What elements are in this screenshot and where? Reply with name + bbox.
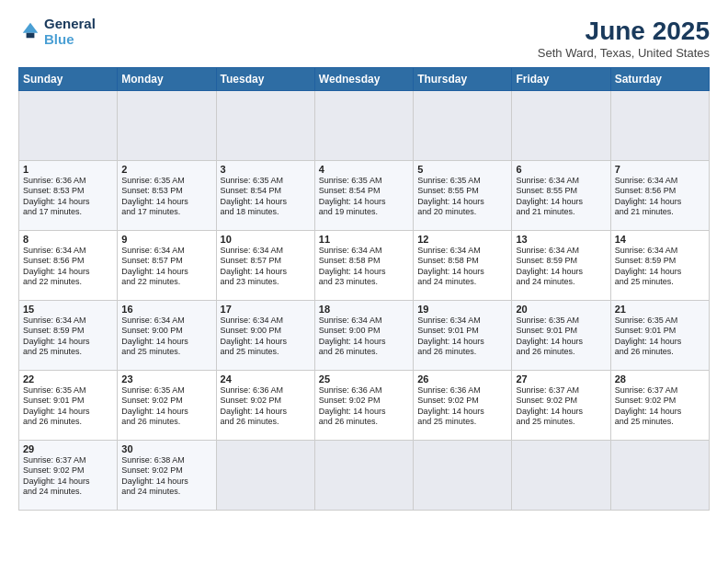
cell-info-line: Daylight: 14 hours — [417, 407, 507, 417]
cell-info-line: Sunrise: 6:35 AM — [121, 385, 211, 396]
cell-info-line: Daylight: 14 hours — [516, 267, 606, 277]
cell-info-line: and 26 minutes. — [615, 347, 705, 357]
day-of-week-header: Wednesday — [314, 68, 413, 91]
calendar-cell — [414, 91, 512, 161]
cell-info-line: Sunset: 8:56 PM — [615, 186, 705, 196]
cell-info-line: and 19 minutes. — [319, 207, 409, 217]
cell-info-line: Sunset: 8:57 PM — [221, 256, 311, 266]
day-number: 14 — [615, 234, 705, 245]
cell-info-line: Sunrise: 6:37 AM — [615, 385, 705, 396]
cell-info-line: Sunset: 9:02 PM — [417, 396, 507, 406]
calendar-cell: 10Sunrise: 6:34 AMSunset: 8:57 PMDayligh… — [216, 231, 314, 301]
cell-info-line: Daylight: 14 hours — [615, 267, 705, 277]
cell-info-line: Sunrise: 6:37 AM — [516, 385, 606, 396]
cell-info-line: Daylight: 14 hours — [121, 197, 211, 207]
cell-info-line: and 25 minutes. — [221, 347, 311, 357]
cell-info-line: and 24 minutes. — [516, 277, 606, 287]
day-number: 21 — [615, 304, 705, 315]
cell-info-line: Sunset: 9:02 PM — [221, 396, 311, 406]
day-number: 3 — [221, 164, 311, 175]
cell-info-line: Daylight: 14 hours — [417, 267, 507, 277]
cell-info-line: and 26 minutes. — [23, 417, 113, 427]
cell-info-line: Sunrise: 6:34 AM — [221, 316, 311, 326]
cell-info-line: Sunrise: 6:35 AM — [23, 385, 113, 396]
calendar-cell: 23Sunrise: 6:35 AMSunset: 9:02 PMDayligh… — [118, 371, 216, 441]
day-of-week-header: Monday — [118, 68, 216, 91]
day-number: 8 — [23, 234, 113, 245]
cell-info-line: Sunset: 9:02 PM — [121, 396, 211, 406]
day-number: 4 — [319, 164, 409, 175]
logo: General Blue — [18, 17, 96, 47]
cell-info-line: and 26 minutes. — [221, 417, 311, 427]
cell-info-line: Sunset: 8:57 PM — [121, 256, 211, 266]
day-number: 23 — [121, 373, 211, 385]
day-number: 27 — [516, 373, 606, 385]
cell-info-line: Daylight: 14 hours — [615, 337, 705, 347]
cell-info-line: Sunrise: 6:34 AM — [121, 246, 211, 256]
calendar-cell: 27Sunrise: 6:37 AMSunset: 9:02 PMDayligh… — [512, 371, 610, 441]
cell-info-line: Sunrise: 6:34 AM — [516, 176, 606, 186]
day-of-week-header: Sunday — [19, 68, 118, 91]
cell-info-line: Sunrise: 6:36 AM — [417, 385, 507, 396]
calendar-cell: 17Sunrise: 6:34 AMSunset: 9:00 PMDayligh… — [216, 301, 314, 371]
cell-info-line: and 25 minutes. — [516, 417, 606, 427]
header: General Blue June 2025 Seth Ward, Texas,… — [18, 17, 710, 60]
cell-info-line: Sunrise: 6:34 AM — [516, 246, 606, 256]
day-number: 22 — [23, 373, 113, 385]
cell-info-line: Sunrise: 6:36 AM — [319, 385, 409, 396]
cell-info-line: and 17 minutes. — [121, 207, 211, 217]
day-number: 11 — [319, 234, 409, 245]
cell-info-line: and 25 minutes. — [417, 417, 507, 427]
title-block: June 2025 Seth Ward, Texas, United State… — [538, 17, 710, 60]
cell-info-line: Daylight: 14 hours — [319, 267, 409, 277]
day-number: 7 — [615, 164, 705, 175]
logo-icon — [20, 20, 40, 40]
cell-info-line: Sunset: 9:02 PM — [23, 465, 113, 476]
calendar-cell — [314, 91, 413, 161]
cell-info-line: and 24 minutes. — [23, 487, 113, 497]
cell-info-line: Sunset: 9:02 PM — [615, 396, 705, 406]
cell-info-line: and 26 minutes. — [319, 417, 409, 427]
location: Seth Ward, Texas, United States — [538, 46, 710, 60]
day-of-week-header: Tuesday — [216, 68, 314, 91]
calendar-cell: 15Sunrise: 6:34 AMSunset: 8:59 PMDayligh… — [19, 301, 118, 371]
cell-info-line: Daylight: 14 hours — [121, 267, 211, 277]
calendar-cell: 11Sunrise: 6:34 AMSunset: 8:58 PMDayligh… — [314, 231, 413, 301]
calendar-cell: 12Sunrise: 6:34 AMSunset: 8:58 PMDayligh… — [414, 231, 512, 301]
cell-info-line: and 26 minutes. — [319, 347, 409, 357]
calendar-cell: 13Sunrise: 6:34 AMSunset: 8:59 PMDayligh… — [512, 231, 610, 301]
cell-info-line: Daylight: 14 hours — [23, 407, 113, 417]
calendar-cell: 29Sunrise: 6:37 AMSunset: 9:02 PMDayligh… — [19, 441, 118, 511]
day-number: 30 — [121, 443, 211, 454]
cell-info-line: Sunrise: 6:34 AM — [615, 246, 705, 256]
cell-info-line: and 23 minutes. — [221, 277, 311, 287]
day-number: 9 — [121, 234, 211, 245]
cell-info-line: Daylight: 14 hours — [23, 337, 113, 347]
cell-info-line: Sunrise: 6:35 AM — [121, 176, 211, 186]
calendar-cell: 19Sunrise: 6:34 AMSunset: 9:01 PMDayligh… — [414, 301, 512, 371]
day-number: 5 — [417, 164, 507, 175]
calendar-cell — [512, 441, 610, 511]
logo-general: General — [44, 17, 96, 32]
calendar-cell: 24Sunrise: 6:36 AMSunset: 9:02 PMDayligh… — [216, 371, 314, 441]
cell-info-line: Sunrise: 6:34 AM — [319, 316, 409, 326]
cell-info-line: Sunset: 9:02 PM — [516, 396, 606, 406]
calendar-cell: 1Sunrise: 6:36 AMSunset: 8:53 PMDaylight… — [19, 161, 118, 231]
cell-info-line: and 21 minutes. — [516, 207, 606, 217]
cell-info-line: and 24 minutes. — [121, 487, 211, 497]
calendar-cell — [512, 91, 610, 161]
cell-info-line: Sunset: 8:59 PM — [516, 256, 606, 266]
calendar-cell: 28Sunrise: 6:37 AMSunset: 9:02 PMDayligh… — [610, 371, 709, 441]
calendar-cell: 30Sunrise: 6:38 AMSunset: 9:02 PMDayligh… — [118, 441, 216, 511]
cell-info-line: and 26 minutes. — [516, 347, 606, 357]
calendar-cell — [610, 441, 709, 511]
day-number: 18 — [319, 304, 409, 315]
calendar-cell: 18Sunrise: 6:34 AMSunset: 9:00 PMDayligh… — [314, 301, 413, 371]
cell-info-line: and 26 minutes. — [417, 347, 507, 357]
cell-info-line: Sunrise: 6:37 AM — [23, 455, 113, 465]
cell-info-line: Sunset: 9:00 PM — [121, 326, 211, 336]
calendar-cell: 2Sunrise: 6:35 AMSunset: 8:53 PMDaylight… — [118, 161, 216, 231]
cell-info-line: Sunset: 9:01 PM — [417, 326, 507, 336]
cell-info-line: Sunrise: 6:35 AM — [516, 316, 606, 326]
cell-info-line: Daylight: 14 hours — [221, 337, 311, 347]
